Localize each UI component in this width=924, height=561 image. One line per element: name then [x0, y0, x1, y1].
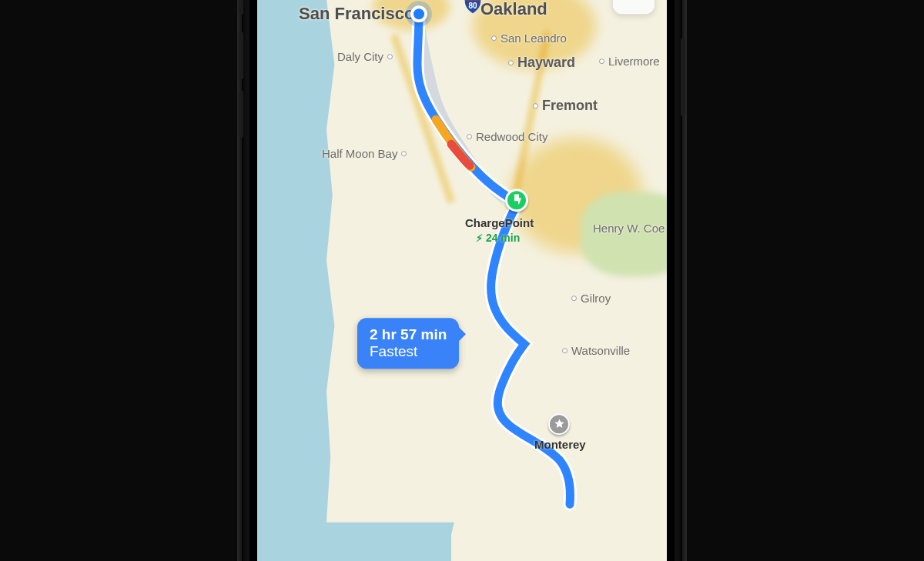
power-button: [681, 38, 685, 116]
phone-frame: 9:41: [242, 0, 682, 561]
charge-stop-pin[interactable]: [505, 189, 528, 212]
map-screen[interactable]: 9:41: [257, 0, 667, 561]
charge-stop-name: ChargePoint: [465, 216, 534, 229]
map-locate-button[interactable]: [613, 0, 654, 14]
current-location-marker[interactable]: [410, 5, 427, 22]
land-mass: [326, 0, 527, 523]
park-area: [581, 192, 667, 276]
mute-switch: [239, 0, 243, 15]
route-qualifier: Fastest: [370, 343, 447, 360]
map-controls: [613, 0, 654, 14]
destination-pin[interactable]: [548, 413, 570, 435]
volume-down-button: [239, 90, 243, 138]
locate-arrow-icon: [625, 0, 642, 4]
route-eta: 2 hr 57 min: [370, 326, 447, 343]
volume-up-button: [239, 32, 243, 79]
charge-stop-duration: ⚡︎ 24 min: [476, 232, 520, 244]
highway-shield-icon: 80: [464, 0, 482, 15]
bolt-icon: ⚡︎: [476, 232, 483, 244]
route-eta-callout[interactable]: 2 hr 57 min Fastest: [357, 318, 459, 369]
destination-name: Monterey: [534, 438, 586, 451]
